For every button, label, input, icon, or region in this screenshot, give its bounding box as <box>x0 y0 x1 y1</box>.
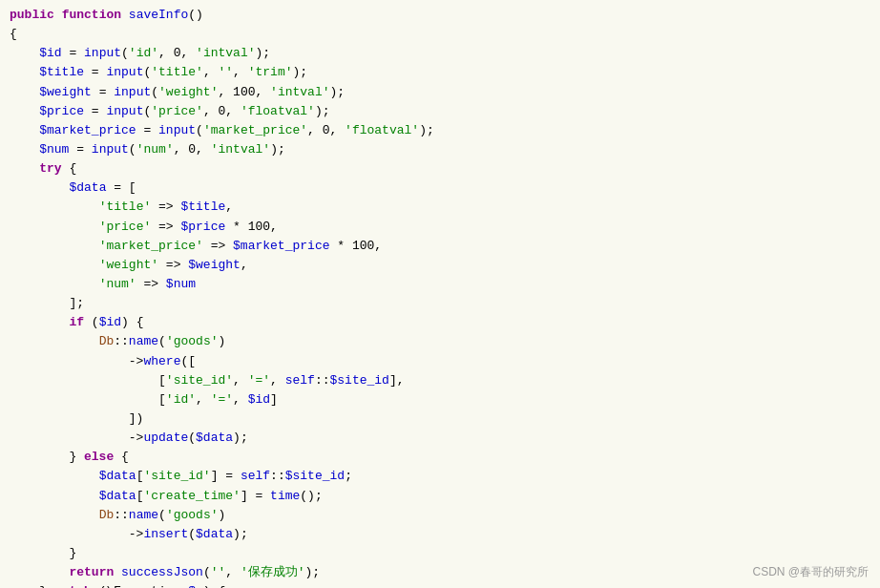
code-line: ]) <box>10 410 870 429</box>
code-line: ->update($data); <box>10 429 870 448</box>
code-line: $id = input('id', 0, 'intval'); <box>10 44 870 63</box>
code-line: $data = [ <box>10 178 870 198</box>
code-line: ->where([ <box>10 352 870 371</box>
code-line: { <box>10 25 870 44</box>
code-line: 'num' => $num <box>10 275 870 294</box>
code-line: return successJson('', '保存成功'); <box>10 563 870 582</box>
code-line: ['site_id', '=', self::$site_id], <box>10 371 870 390</box>
code-block: public function saveInfo(){ $id = input(… <box>0 0 880 588</box>
code-line: 'weight' => $weight, <box>10 256 870 275</box>
code-line: 'price' => $price * 100, <box>10 218 870 237</box>
code-lines: public function saveInfo(){ $id = input(… <box>10 6 870 588</box>
code-line: $title = input('title', '', 'trim'); <box>10 63 870 82</box>
code-line: $data['create_time'] = time(); <box>10 487 870 506</box>
code-line: } catch (\Exception $e) { <box>10 582 870 588</box>
code-line: $market_price = input('market_price', 0,… <box>10 121 870 140</box>
code-line: ['id', '=', $id] <box>10 390 870 410</box>
code-line: $weight = input('weight', 100, 'intval')… <box>10 83 870 102</box>
code-line: ->insert($data); <box>10 525 870 544</box>
code-line: $price = input('price', 0, 'floatval'); <box>10 102 870 121</box>
code-line: if ($id) { <box>10 313 870 332</box>
code-line: ]; <box>10 294 870 313</box>
code-line: public function saveInfo() <box>10 6 870 25</box>
watermark-text: CSDN @春哥的研究所 <box>752 564 869 580</box>
code-line: Db::name('goods') <box>10 332 870 351</box>
code-line: $num = input('num', 0, 'intval'); <box>10 140 870 159</box>
code-line: 'market_price' => $market_price * 100, <box>10 237 870 256</box>
code-line: $data['site_id'] = self::$site_id; <box>10 467 870 486</box>
code-line: } <box>10 544 870 563</box>
code-line: 'title' => $title, <box>10 198 870 217</box>
code-line: try { <box>10 159 870 178</box>
code-line: Db::name('goods') <box>10 506 870 525</box>
code-line: } else { <box>10 448 870 467</box>
